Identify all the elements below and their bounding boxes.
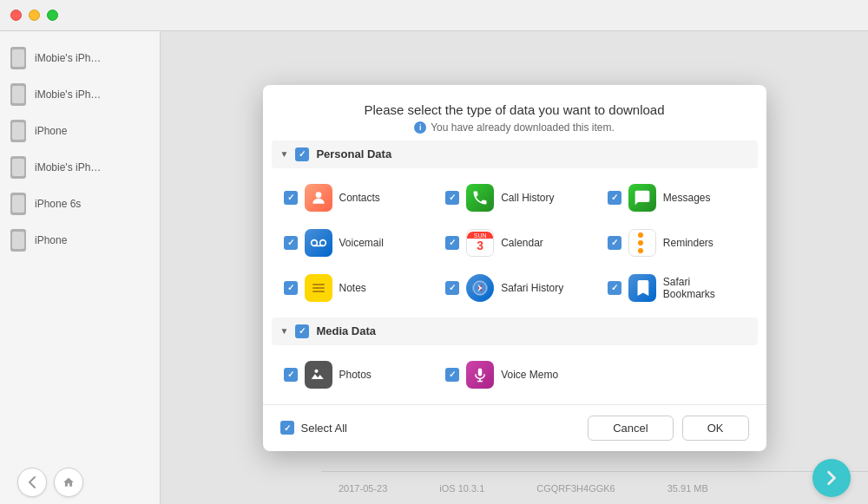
- device-icon: [10, 120, 26, 142]
- sidebar-item-device-4[interactable]: iMobie's iPh…: [0, 149, 160, 186]
- svg-point-8: [314, 369, 318, 372]
- voicemail-item: Voicemail: [272, 220, 434, 265]
- title-bar: [0, 0, 868, 31]
- messages-icon: [628, 184, 656, 212]
- close-button[interactable]: [10, 10, 22, 21]
- modal-header: Please select the type of data you want …: [263, 85, 766, 141]
- sidebar-item-device-6[interactable]: iPhone: [0, 222, 160, 259]
- sidebar-item-device-1[interactable]: iMobie's iPh…: [0, 40, 160, 76]
- svg-rect-9: [478, 368, 483, 376]
- personal-data-checkbox[interactable]: [295, 147, 309, 161]
- home-button[interactable]: [54, 468, 83, 497]
- sidebar-label: iPhone: [35, 125, 67, 137]
- safari-bookmarks-item: Safari Bookmarks: [595, 265, 758, 311]
- contacts-label: Contacts: [339, 192, 380, 204]
- safari-history-item: Safari History: [433, 265, 595, 311]
- calendar-label: Calendar: [501, 237, 543, 249]
- call-history-label: Call History: [501, 192, 554, 204]
- select-all-checkbox[interactable]: [280, 421, 294, 435]
- back-button[interactable]: [17, 468, 47, 497]
- sidebar-label: iPhone 6s: [35, 198, 81, 210]
- sidebar-label: iMobie's iPh…: [35, 88, 101, 101]
- call-history-checkbox[interactable]: [445, 191, 459, 205]
- photos-checkbox[interactable]: [284, 368, 298, 382]
- svg-point-0: [315, 192, 321, 198]
- calendar-checkbox[interactable]: [445, 236, 459, 250]
- notes-checkbox[interactable]: [284, 281, 298, 295]
- modal-body[interactable]: ▼ Personal Data: [263, 141, 766, 404]
- safari-history-icon: [466, 274, 494, 302]
- minimize-button[interactable]: [29, 10, 40, 21]
- sidebar-label: iMobie's iPh…: [35, 52, 101, 64]
- messages-label: Messages: [663, 192, 711, 204]
- select-all-area: Select All: [280, 421, 578, 435]
- modal-footer: Select All Cancel OK: [263, 404, 766, 451]
- modal-subtitle: i You have already downloaded this item.: [284, 121, 746, 134]
- sidebar-item-device-2[interactable]: iMobie's iPh…: [0, 76, 160, 113]
- notes-label: Notes: [339, 282, 366, 294]
- modal-dialog: Please select the type of data you want …: [263, 85, 766, 451]
- safari-bookmarks-icon: [628, 274, 656, 302]
- sidebar-item-device-3[interactable]: iPhone: [0, 113, 160, 149]
- sidebar-item-device-5[interactable]: iPhone 6s: [0, 186, 160, 222]
- voice-memo-icon: [466, 361, 494, 389]
- sidebar-label: iPhone: [35, 234, 67, 246]
- media-data-grid: Photos: [272, 349, 758, 401]
- voicemail-icon: [305, 229, 332, 257]
- device-icon: [10, 193, 26, 215]
- notes-item: Notes: [272, 265, 434, 311]
- chevron-icon: ▼: [280, 149, 289, 159]
- photos-label: Photos: [339, 369, 372, 381]
- voicemail-label: Voicemail: [339, 237, 384, 249]
- personal-data-title: Personal Data: [316, 147, 391, 160]
- photos-icon: [305, 361, 332, 389]
- select-all-label: Select All: [301, 422, 347, 435]
- reminders-icon: [628, 229, 656, 257]
- contacts-checkbox[interactable]: [284, 191, 298, 205]
- messages-checkbox[interactable]: [608, 191, 621, 205]
- personal-data-grid: Contacts Call History: [272, 172, 758, 314]
- call-history-item: Call History: [433, 175, 595, 220]
- calendar-item: SUN 3 Calendar: [433, 220, 595, 265]
- ok-button[interactable]: OK: [682, 416, 749, 441]
- personal-data-header: ▼ Personal Data: [272, 141, 758, 168]
- cancel-button[interactable]: Cancel: [588, 416, 673, 441]
- reminders-label: Reminders: [663, 237, 713, 249]
- safari-history-label: Safari History: [501, 282, 563, 294]
- safari-history-checkbox[interactable]: [445, 281, 459, 295]
- safari-bookmarks-checkbox[interactable]: [608, 281, 621, 295]
- sidebar-label: iMobie's iPh…: [35, 161, 101, 173]
- footer-buttons: Cancel OK: [588, 416, 748, 441]
- device-icon: [10, 47, 26, 69]
- messages-item: Messages: [595, 175, 758, 220]
- voice-memo-label: Voice Memo: [501, 369, 558, 381]
- media-chevron-icon: ▼: [280, 326, 289, 336]
- modal-overlay: Please select the type of data you want …: [161, 31, 868, 504]
- voice-memo-item: Voice Memo: [433, 352, 595, 397]
- safari-bookmarks-label: Safari Bookmarks: [663, 276, 746, 300]
- svg-point-1: [311, 239, 317, 245]
- media-data-header: ▼ Media Data: [272, 317, 758, 345]
- modal-title: Please select the type of data you want …: [284, 102, 746, 117]
- contacts-item: Contacts: [272, 175, 434, 220]
- content-area: Please select the type of data you want …: [161, 31, 868, 504]
- photos-item: Photos: [272, 352, 434, 397]
- media-data-checkbox[interactable]: [295, 324, 309, 338]
- device-icon: [10, 229, 26, 252]
- reminders-item: Reminders: [595, 220, 758, 265]
- reminders-checkbox[interactable]: [608, 236, 621, 250]
- maximize-button[interactable]: [47, 10, 58, 21]
- device-icon: [10, 156, 26, 179]
- voicemail-checkbox[interactable]: [284, 236, 298, 250]
- notes-icon: [305, 274, 332, 302]
- call-history-icon: [466, 184, 494, 212]
- device-icon: [10, 83, 26, 106]
- voice-memo-checkbox[interactable]: [445, 368, 459, 382]
- svg-point-2: [319, 239, 326, 245]
- personal-data-section: ▼ Personal Data: [272, 141, 758, 314]
- sidebar: iMobie's iPh… iMobie's iPh… iPhone iMobi…: [0, 31, 161, 504]
- calendar-icon: SUN 3: [466, 229, 494, 257]
- info-icon: i: [414, 121, 426, 134]
- modal-subtitle-text: You have already downloaded this item.: [431, 121, 615, 134]
- main-layout: iMobie's iPh… iMobie's iPh… iPhone iMobi…: [0, 31, 868, 504]
